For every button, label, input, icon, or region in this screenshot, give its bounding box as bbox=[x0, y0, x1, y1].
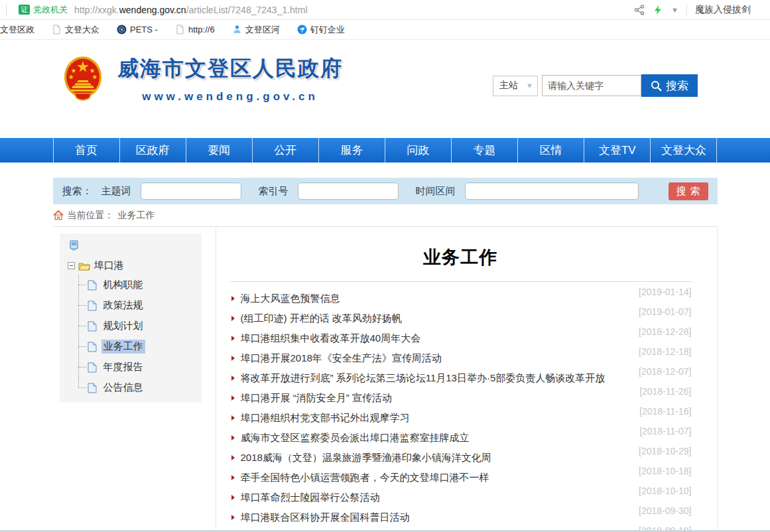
article-link[interactable]: 2018威海（文登）温泉旅游季暨渔港印象小镇海洋文化周 bbox=[241, 452, 491, 464]
article-link[interactable]: 将改革开放进行到底” 系列论坛第三场论坛11月13日举办·5部委负责人畅谈改革开… bbox=[241, 372, 606, 385]
bookmark-pets[interactable]: PETS - bbox=[117, 25, 158, 34]
tree-root-bukougang[interactable]: 埠口港 bbox=[68, 259, 202, 272]
article-link[interactable]: 埠口革命烈士陵园举行公祭活动 bbox=[241, 492, 380, 504]
article-row: (组工印迹) 开栏的话 改革风劲好扬帆 [2019-01-07] bbox=[229, 308, 692, 328]
sidebar-item-zhengcefagui[interactable]: 政策法规 bbox=[78, 295, 202, 316]
sidebar-item-label: 机构职能 bbox=[101, 278, 145, 292]
bullet-arrow-icon bbox=[231, 495, 235, 500]
sidebar-item-jigouzhineng[interactable]: 机构职能 bbox=[78, 275, 202, 295]
chevron-down-icon[interactable]: ▼ bbox=[671, 6, 678, 14]
toolbar-divider bbox=[686, 5, 687, 15]
main-navigation: 首页 区政府 要闻 公开 服务 问政 专题 区情 文登TV 文登大众 bbox=[0, 138, 770, 163]
search-scope-value: 主站 bbox=[499, 80, 518, 92]
tree-collapse-icon[interactable] bbox=[68, 262, 75, 269]
bullet-arrow-icon bbox=[231, 356, 235, 361]
bullet-arrow-icon bbox=[231, 336, 235, 341]
article-row: 海上大风蓝色预警信息 [2019-01-14] bbox=[229, 289, 692, 308]
cert-badge-label: 党政机关 bbox=[33, 4, 68, 16]
sidebar-item-niandubaogao[interactable]: 年度报告 bbox=[78, 357, 202, 377]
share-icon[interactable] bbox=[634, 5, 645, 15]
article-link[interactable]: 埠口港联合区科协开展全国科普日活动 bbox=[241, 511, 410, 524]
page-title: 业务工作 bbox=[229, 244, 692, 271]
pets-icon bbox=[117, 25, 127, 34]
article-row: 2018威海（文登）温泉旅游季暨渔港印象小镇海洋文化周 [2018-10-29] bbox=[229, 448, 692, 468]
url-field[interactable]: http://xxgk.wendeng.gov.cn/articleList/7… bbox=[74, 5, 308, 15]
article-link[interactable]: 海上大风蓝色预警信息 bbox=[241, 293, 340, 305]
search-icon bbox=[651, 80, 662, 92]
article-link[interactable]: 牵手全国特色小镇运营领跑者，今天的文登埠口港不一样 bbox=[241, 472, 489, 484]
breadcrumb-current[interactable]: 业务工作 bbox=[118, 210, 155, 222]
nav-item-special[interactable]: 专题 bbox=[451, 138, 517, 163]
bookmark-dingtalk[interactable]: 钉钉企业 bbox=[297, 24, 345, 36]
nav-item-wendeng-tv[interactable]: 文登TV bbox=[584, 138, 650, 163]
article-date: [2018-10-18] bbox=[639, 466, 691, 476]
sidebar-item-guihuajihua[interactable]: 规划计划 bbox=[78, 316, 202, 336]
article-link[interactable]: 威海市文登区监察委员会派出埠口港监察室挂牌成立 bbox=[241, 432, 470, 444]
sidebar-item-label: 业务工作 bbox=[101, 340, 145, 354]
nav-item-home[interactable]: 首页 bbox=[53, 138, 119, 163]
article-date: [2018-09-30] bbox=[639, 505, 691, 516]
url-path: /articleList/7248_7243_1.html bbox=[186, 5, 308, 15]
lightning-icon[interactable] bbox=[653, 5, 663, 15]
sidebar-item-gonggaoxinxi[interactable]: 公告信息 bbox=[78, 377, 202, 398]
sidebar-item-yewugongzuo[interactable]: 业务工作 bbox=[78, 336, 202, 357]
sidebar-item-label: 年度报告 bbox=[101, 360, 145, 374]
article-list-panel: 业务工作 海上大风蓝色预警信息 [2019-01-14] (组工印迹) 开栏的话… bbox=[216, 227, 718, 532]
article-link[interactable]: 埠口港开展2018年《安全生产法》宣传周活动 bbox=[241, 352, 442, 365]
article-date: [2018-11-07] bbox=[639, 426, 691, 436]
document-icon bbox=[88, 280, 97, 291]
bullet-arrow-icon bbox=[231, 455, 235, 460]
subject-label: 主题词 bbox=[101, 185, 131, 198]
article-date: [2018-10-29] bbox=[639, 446, 691, 456]
bullet-arrow-icon bbox=[231, 316, 235, 321]
dingtalk-icon bbox=[297, 25, 307, 34]
page-wrapper: 搜索： 主题词 索引号 时间区间 搜索 当前位置： 业务工作 bbox=[53, 178, 718, 532]
tree-root-label: 埠口港 bbox=[94, 259, 124, 272]
document-icon bbox=[88, 383, 97, 393]
index-number-input[interactable] bbox=[298, 182, 399, 200]
nav-item-public[interactable]: 公开 bbox=[252, 138, 318, 163]
filter-search-button[interactable]: 搜索 bbox=[669, 182, 708, 200]
page-icon bbox=[175, 25, 185, 34]
bullet-arrow-icon bbox=[231, 475, 235, 480]
bookmark-label: http://6 bbox=[188, 25, 215, 34]
article-link[interactable]: 埠口港组织集中收看改革开放40周年大会 bbox=[241, 332, 421, 345]
breadcrumb: 当前位置： 业务工作 bbox=[53, 204, 718, 226]
article-row: 埠口港组织集中收看改革开放40周年大会 [2018-12-28] bbox=[229, 328, 692, 348]
bookmark-label: 文登区政 bbox=[0, 24, 34, 36]
nav-item-district[interactable]: 区情 bbox=[517, 138, 584, 163]
computer-icon bbox=[69, 240, 80, 251]
breadcrumb-label: 当前位置： bbox=[68, 210, 114, 222]
nav-item-government[interactable]: 区政府 bbox=[119, 138, 186, 163]
bookmark-http6[interactable]: http://6 bbox=[175, 25, 215, 34]
search-scope-select[interactable]: 主站 ▼ bbox=[493, 76, 538, 96]
site-logo[interactable]: 威海市文登区人民政府 www.wendeng.gov.cn bbox=[63, 54, 343, 103]
bookmark-label: 文登区河 bbox=[245, 24, 280, 36]
site-title-block: 威海市文登区人民政府 www.wendeng.gov.cn bbox=[117, 54, 343, 103]
header-search-button[interactable]: 搜索 bbox=[641, 74, 698, 97]
nav-item-news[interactable]: 要闻 bbox=[186, 138, 252, 163]
bookmark-wendengquzheng[interactable]: 文登区政 bbox=[0, 24, 34, 36]
nav-item-wendeng-dazhong[interactable]: 文登大众 bbox=[650, 138, 717, 163]
home-icon[interactable] bbox=[53, 210, 64, 220]
article-date: [2018-11-26] bbox=[639, 386, 691, 397]
nav-item-ask[interactable]: 问政 bbox=[385, 138, 451, 163]
bullet-arrow-icon bbox=[231, 375, 235, 381]
url-prefix: http://xxgk. bbox=[74, 5, 119, 15]
bullet-arrow-icon bbox=[231, 395, 235, 401]
nav-item-service[interactable]: 服务 bbox=[318, 138, 385, 163]
sidebar-item-label: 公告信息 bbox=[101, 381, 145, 395]
bookmark-wendengquhe[interactable]: 文登区河 bbox=[232, 24, 280, 36]
bookmark-wendengdazhong[interactable]: 文登大众 bbox=[52, 24, 99, 36]
news-ticker[interactable]: 魔族入侵拔剑 bbox=[695, 4, 751, 16]
browser-address-bar: 证 党政机关 http://xxgk.wendeng.gov.cn/articl… bbox=[0, 0, 770, 20]
bookmark-label: 文登大众 bbox=[65, 24, 99, 36]
article-link[interactable]: 埠口港组织村党支部书记外出观摩学习 bbox=[241, 412, 410, 425]
filter-bar: 搜索： 主题词 索引号 时间区间 搜索 bbox=[53, 178, 718, 204]
article-link[interactable]: (组工印迹) 开栏的话 改革风劲好扬帆 bbox=[241, 312, 402, 325]
article-link[interactable]: 埠口港开展 “消防安全月” 宣传活动 bbox=[241, 392, 392, 405]
keyword-input[interactable] bbox=[542, 75, 641, 96]
date-range-input[interactable] bbox=[465, 182, 639, 200]
subject-input[interactable] bbox=[141, 182, 241, 200]
bullet-arrow-icon bbox=[231, 415, 235, 421]
